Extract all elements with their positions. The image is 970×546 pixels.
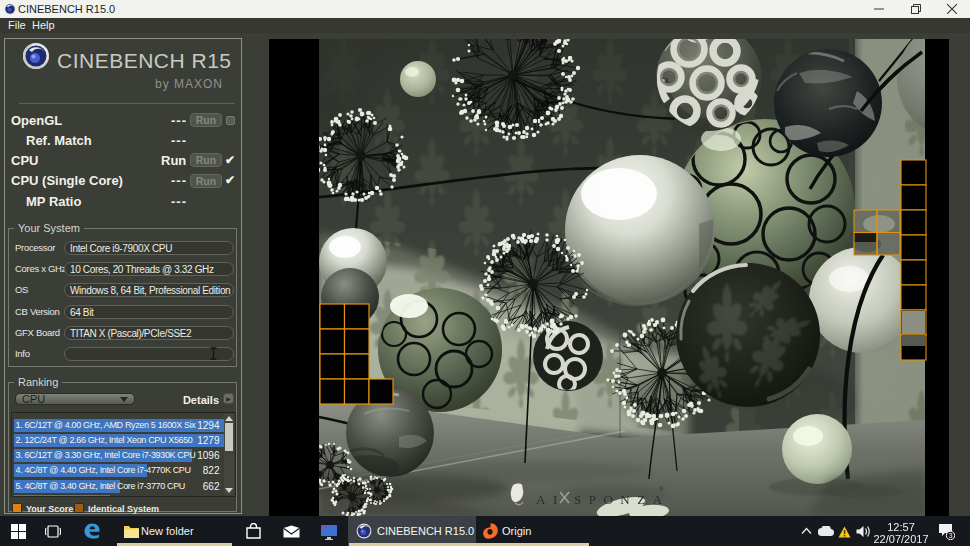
svg-text:®: ® — [659, 486, 664, 492]
svg-text:AI: AI — [536, 492, 565, 507]
svg-text:3: 3 — [949, 532, 953, 539]
svg-text:SPONZA: SPONZA — [574, 492, 670, 507]
